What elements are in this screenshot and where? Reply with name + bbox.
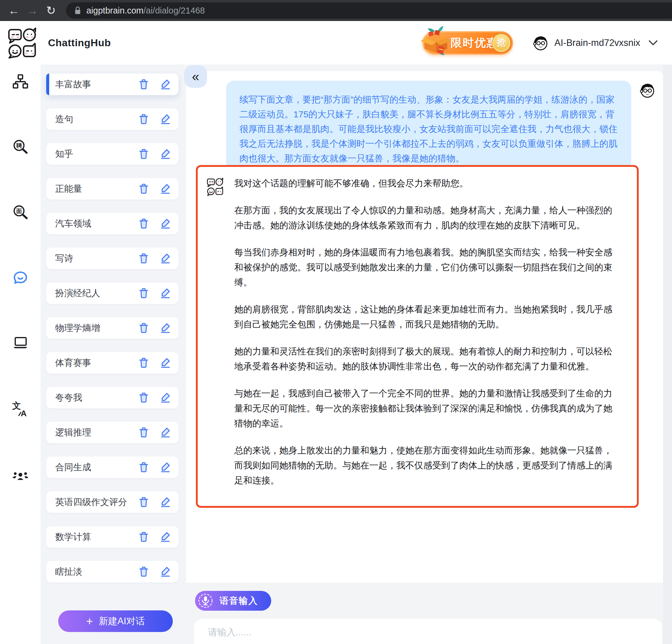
conversation-label: 体育赛事	[55, 357, 138, 369]
browser-forward-button[interactable]: →	[25, 5, 40, 16]
delete-icon[interactable]	[138, 496, 150, 508]
edit-icon[interactable]	[159, 392, 171, 404]
rail-item-job-search[interactable]: 聘	[11, 138, 29, 156]
conversation-label: 知乎	[55, 148, 138, 160]
ai-avatar-icon	[207, 178, 224, 196]
gift-box-icon	[418, 25, 454, 60]
url-path: /ai/dialog/21468	[143, 6, 205, 15]
conversation-label: 合同生成	[55, 461, 138, 474]
rail-item-workspace[interactable]	[11, 335, 29, 353]
ai-paragraph: 我对这个话题的理解可能不够准确，但我会尽力来帮助您。	[234, 176, 613, 191]
conversation-item-1[interactable]: 造句	[46, 108, 179, 130]
conversation-label: 英语四级作文评分	[55, 496, 138, 508]
browser-toolbar: ← → ↻ aigptbrain.com/ai/dialog/21468	[0, 0, 672, 21]
edit-icon[interactable]	[159, 531, 171, 543]
promo-banner[interactable]: 限时优惠 抢	[422, 31, 513, 55]
conversation-item-2[interactable]: 知乎	[46, 143, 179, 165]
rail-item-team[interactable]	[11, 465, 29, 484]
url-text: aigptbrain.com/ai/dialog/21468	[86, 6, 205, 16]
rail-item-interview-search[interactable]: 面	[11, 204, 29, 222]
scroll-gutter[interactable]	[663, 64, 672, 644]
edit-icon[interactable]	[159, 461, 171, 473]
collapse-sidebar-button[interactable]: «	[184, 65, 207, 88]
edit-icon[interactable]	[159, 113, 171, 125]
conversation-label: 数学计算	[55, 531, 138, 543]
delete-icon[interactable]	[138, 392, 150, 404]
conversation-label: 扮演经纪人	[55, 287, 138, 299]
svg-text:文: 文	[12, 401, 21, 410]
edit-icon[interactable]	[159, 496, 171, 508]
conversation-item-9[interactable]: 夸夸我	[46, 387, 179, 408]
rail-item-chat[interactable]	[11, 269, 29, 287]
sitemap-icon	[12, 73, 29, 91]
promo-label: 限时优惠	[451, 35, 499, 50]
job-search-icon: 聘	[12, 139, 29, 156]
delete-icon[interactable]	[138, 113, 150, 125]
edit-icon[interactable]	[159, 252, 171, 264]
app-header: ChattingHub 限时优惠 抢	[0, 21, 672, 64]
edit-icon[interactable]	[159, 183, 171, 195]
delete-icon[interactable]	[138, 357, 150, 369]
new-chat-label: 新建AI对话	[99, 615, 145, 628]
message-input[interactable]	[194, 619, 662, 644]
microphone-icon	[198, 593, 213, 608]
edit-icon[interactable]	[159, 78, 171, 90]
translate-icon: 文 A	[12, 400, 29, 418]
left-icon-rail: 聘 面	[0, 64, 40, 644]
delete-icon[interactable]	[138, 531, 150, 543]
delete-icon[interactable]	[138, 78, 150, 90]
conversation-label: 汽车领域	[55, 217, 138, 230]
delete-icon[interactable]	[138, 322, 150, 334]
ai-paragraph: 她的力量和灵活性在我们的亲密时刻得到了极大的展现。她有着惊人的耐力和控制力，可以…	[234, 344, 613, 374]
conversation-item-13[interactable]: 数学计算	[46, 526, 179, 548]
user-message-bubble: 续写下面文章，要把“那方面”的细节写的生动、形象：女友是大我两届的学姐，练游泳的…	[226, 81, 631, 177]
edit-icon[interactable]	[159, 322, 171, 334]
svg-text:聘: 聘	[16, 143, 22, 149]
browser-back-button[interactable]: ←	[6, 5, 22, 16]
conversation-item-0[interactable]: 丰富故事	[46, 73, 179, 95]
edit-icon[interactable]	[159, 148, 171, 160]
chattinghub-app: ← → ↻ aigptbrain.com/ai/dialog/21468 Cha…	[0, 0, 672, 644]
delete-icon[interactable]	[138, 427, 150, 439]
conversation-item-5[interactable]: 写诗	[46, 248, 179, 269]
address-bar[interactable]: aigptbrain.com/ai/dialog/21468	[66, 2, 672, 19]
interview-search-icon: 面	[12, 204, 29, 222]
chattinghub-logo-icon	[8, 27, 37, 59]
edit-icon[interactable]	[159, 357, 171, 369]
user-message-row: 续写下面文章，要把“那方面”的细节写的生动、形象：女友是大我两届的学姐，练游泳的…	[186, 81, 663, 177]
account-menu[interactable]: AI-Brain-md72vxsnix	[533, 35, 664, 51]
ai-message-highlight-box: 我对这个话题的理解可能不够准确，但我会尽力来帮助您。 在那方面，我的女友展现出了…	[196, 165, 639, 508]
edit-icon[interactable]	[159, 427, 171, 439]
conversation-item-12[interactable]: 英语四级作文评分	[46, 491, 179, 513]
new-chat-button[interactable]: + 新建AI对话	[58, 610, 173, 632]
edit-icon[interactable]	[159, 287, 171, 299]
voice-input-button[interactable]: 语音输入	[195, 591, 271, 611]
user-avatar	[640, 83, 655, 98]
conversation-item-4[interactable]: 汽车领域	[46, 213, 179, 234]
browser-reload-button[interactable]: ↻	[43, 5, 59, 16]
conversation-item-10[interactable]: 逻辑推理	[46, 422, 179, 443]
ai-paragraph: 与她在一起，我感到自己被带入了一个完全不同的世界。她的力量和激情让我感受到了生命…	[234, 386, 613, 431]
rail-item-translate[interactable]: 文 A	[11, 400, 29, 418]
conversation-item-11[interactable]: 合同生成	[46, 456, 179, 478]
app-title: ChattingHub	[48, 37, 111, 49]
url-host: aigptbrain.com	[86, 6, 143, 15]
delete-icon[interactable]	[138, 287, 150, 299]
delete-icon[interactable]	[138, 252, 150, 264]
lock-icon	[74, 6, 82, 15]
conversation-item-14[interactable]: 瞎扯淡	[46, 561, 179, 583]
delete-icon[interactable]	[138, 183, 150, 195]
conversation-item-6[interactable]: 扮演经纪人	[46, 282, 179, 304]
rail-item-mindmap[interactable]	[11, 73, 29, 91]
edit-icon[interactable]	[159, 566, 171, 578]
delete-icon[interactable]	[138, 148, 150, 160]
conversation-list: 丰富故事 造句 知乎 正能量 汽车领域	[46, 73, 179, 583]
delete-icon[interactable]	[138, 461, 150, 473]
conversation-item-3[interactable]: 正能量	[46, 178, 179, 200]
conversation-item-7[interactable]: 物理学熵增	[46, 317, 179, 339]
edit-icon[interactable]	[159, 217, 171, 229]
ai-paragraph: 每当我们赤身相对时，她的身体温暖而有力地包裹着我。她的胸肌坚实而结实，给我一种安…	[234, 245, 613, 290]
conversation-item-8[interactable]: 体育赛事	[46, 352, 179, 374]
delete-icon[interactable]	[138, 217, 150, 229]
delete-icon[interactable]	[138, 566, 150, 578]
